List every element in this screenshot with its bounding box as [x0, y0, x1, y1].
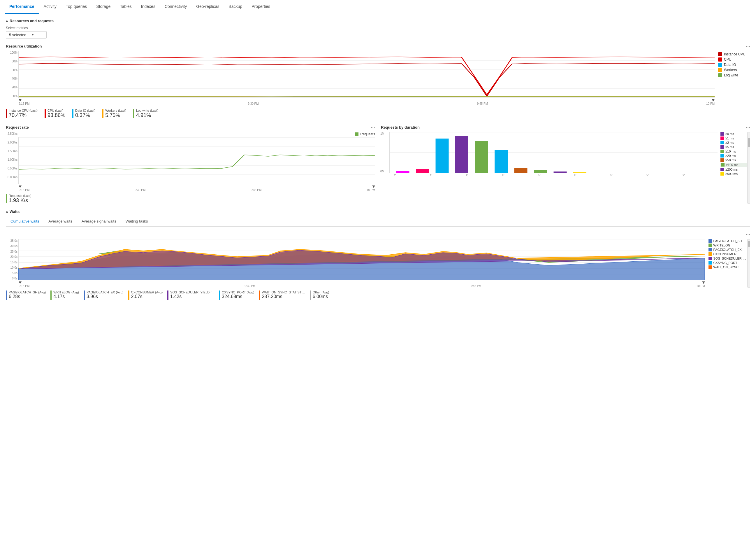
tab-top-queries[interactable]: Top queries — [61, 0, 92, 14]
dur-y-0m: 0M — [380, 170, 384, 173]
req-left-marker — [19, 185, 21, 188]
tab-performance[interactable]: Performance — [5, 0, 39, 14]
waits-legend-cxconsumer: CXCONSUMER — [708, 252, 746, 256]
waits-metric-writelog-label: WRITELOG (Avg) — [53, 291, 79, 294]
cumulative-waits-chart — [19, 239, 705, 280]
dur-legend-200ms: ≥200 ms — [721, 168, 747, 171]
select-metrics-label: Select metrics — [6, 26, 750, 30]
dur-x-0ms: ≥0 ms — [393, 174, 420, 176]
waits-legend-scrollbar[interactable] — [747, 239, 750, 288]
waits-metric-sos-value: 1.42s — [170, 294, 214, 299]
resource-util-menu[interactable]: ··· — [746, 43, 750, 49]
req-x-915: 9:15 PM — [19, 188, 29, 191]
svg-rect-28 — [573, 172, 586, 173]
legend-log-write: Log write — [718, 73, 750, 77]
req-duration-title: Requests by duration — [381, 125, 420, 130]
left-triangle-marker — [19, 99, 21, 101]
waits-metric-cxsync-value: 324.68ms — [222, 294, 254, 299]
waits-chart-menu[interactable]: ··· — [746, 231, 750, 237]
x-label-945pm: 9:45 PM — [477, 102, 488, 105]
legend-label-data-io: Data IO — [724, 63, 736, 67]
metric-instance-cpu-value: 70.47% — [9, 112, 37, 118]
req-right-marker — [372, 185, 375, 188]
right-triangle-marker — [712, 99, 715, 101]
metric-data-io-value: 0.37% — [75, 112, 95, 118]
req-duration-menu[interactable]: ··· — [746, 124, 750, 130]
req-metric-label: Requests (Last) — [9, 194, 31, 198]
waits-metric-sos-label: SOS_SCHEDULER_YIELD (... — [170, 291, 214, 294]
req-y-000: 0.00K/s — [6, 176, 17, 179]
dur-legend-5ms: ≥5 ms — [721, 145, 747, 149]
metrics-selected-value: 5 selected — [9, 33, 26, 37]
waits-legend-writelog: WRITELOG — [708, 244, 746, 247]
tab-geo-replicas[interactable]: Geo-replicas — [191, 0, 224, 14]
waits-legend-wait-on-sync: WAIT_ON_SYNC — [708, 265, 746, 269]
legend-cpu: CPU — [718, 58, 750, 62]
x-label-10pm: 10 PM — [706, 102, 715, 105]
waits-metric-cxsync-port: CXSYNC_PORT (Avg) 324.68ms — [219, 291, 254, 300]
req-y-050: 0.50K/s — [6, 167, 17, 170]
legend-color-cpu — [718, 58, 722, 62]
dur-x-20ms: ≥20 ms — [573, 174, 601, 176]
waits-legend-pageiolatch-sh: PAGEIOLATCH_SH — [708, 239, 746, 243]
metric-workers-label: Workers (Last) — [105, 109, 126, 112]
metric-instance-cpu: Instance CPU (Last) 70.47% — [6, 109, 37, 118]
waits-metric-other-label: Other (Avg) — [313, 291, 329, 294]
dur-x-200ms: ≥200 ms — [681, 174, 709, 176]
metric-data-io: Data IO (Last) 0.37% — [72, 109, 95, 118]
waits-metric-wait-value: 287.20ms — [262, 294, 305, 299]
req-y-200: 2.00K/s — [6, 141, 17, 144]
resources-section-title: Resources and requests — [10, 19, 54, 23]
request-rate-menu[interactable]: ··· — [371, 124, 375, 130]
waits-metric-pageiolatch-ex-label: PAGEIOLATCH_EX (Avg) — [87, 291, 123, 294]
resource-util-chart — [19, 51, 715, 98]
duration-bar-chart — [390, 132, 718, 173]
waits-y-0: 0.0s — [6, 277, 17, 280]
req-y-150: 1.50K/s — [6, 150, 17, 153]
waits-x-915: 9:15 PM — [19, 285, 29, 288]
tab-indexes[interactable]: Indexes — [136, 0, 160, 14]
duration-legend-scrollbar[interactable] — [747, 132, 750, 204]
waits-metric-wait-label: WAIT_ON_SYNC_STATISTI... — [262, 291, 305, 294]
waits-x-945: 9:45 PM — [470, 285, 481, 288]
waits-tab-average[interactable]: Average waits — [44, 217, 77, 226]
tab-properties[interactable]: Properties — [247, 0, 275, 14]
waits-metric-pageiolatch-ex: PAGEIOLATCH_EX (Avg) 3.96s — [84, 291, 123, 300]
waits-metric-writelog-value: 4.17s — [53, 294, 79, 299]
waits-tabs: Cumulative waits Average waits Average s… — [6, 217, 750, 227]
svg-rect-25 — [514, 168, 528, 173]
tab-tables[interactable]: Tables — [115, 0, 136, 14]
resources-section-header[interactable]: ∧ Resources and requests — [6, 19, 750, 23]
metric-data-io-label: Data IO (Last) — [75, 109, 95, 112]
dur-x-100ms: ≥100 ms — [645, 174, 673, 176]
tab-backup[interactable]: Backup — [224, 0, 247, 14]
metrics-dropdown[interactable]: 5 selected ▾ — [6, 31, 46, 38]
svg-rect-24 — [494, 150, 508, 173]
tab-connectivity[interactable]: Connectivity — [160, 0, 191, 14]
tab-activity[interactable]: Activity — [39, 0, 61, 14]
y-label-60: 60% — [6, 69, 17, 72]
req-x-930: 9:30 PM — [135, 188, 146, 191]
waits-tab-tasks[interactable]: Waiting tasks — [121, 217, 153, 226]
legend-label-instance-cpu: Instance CPU — [724, 52, 746, 56]
dur-legend-10ms: ≥10 ms — [721, 150, 747, 153]
metric-instance-cpu-label: Instance CPU (Last) — [9, 109, 37, 112]
metric-workers-value: 5.75% — [105, 112, 126, 118]
dropdown-arrow-icon: ▾ — [32, 33, 33, 36]
y-label-0: 0% — [6, 94, 17, 98]
x-label-915pm: 9:15 PM — [19, 102, 29, 105]
waits-metric-pageiolatch-sh-value: 6.28s — [9, 294, 46, 299]
waits-tab-signal[interactable]: Average signal waits — [77, 217, 121, 226]
dur-y-1m: 1M — [380, 132, 384, 135]
waits-section-header[interactable]: ∧ Waits — [6, 210, 750, 214]
legend-label-workers: Workers — [724, 68, 737, 72]
tab-storage[interactable]: Storage — [92, 0, 115, 14]
dur-legend-20ms: ≥20 ms — [721, 154, 747, 158]
waits-metric-other: Other (Avg) 6.00ms — [310, 291, 329, 300]
waits-y-5: 5.0s — [6, 271, 17, 275]
legend-color-data-io — [718, 63, 722, 67]
waits-tab-cumulative[interactable]: Cumulative waits — [6, 217, 44, 226]
y-label-40: 40% — [6, 77, 17, 80]
dur-x-2ms: ≥2 ms — [465, 174, 492, 176]
waits-y-35: 35.0s — [6, 239, 17, 242]
